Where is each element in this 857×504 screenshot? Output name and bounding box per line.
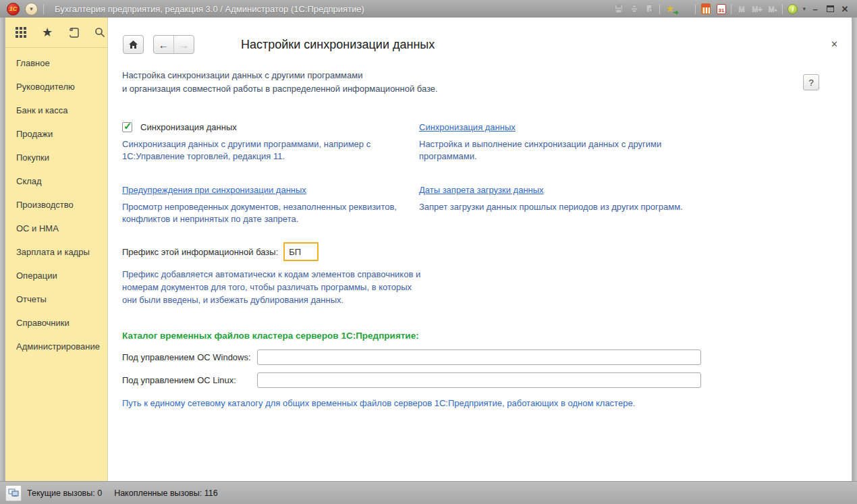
infobase-prefix-label: Префикс этой информационной базы: — [122, 247, 278, 257]
warnings-link-desc: Просмотр непроведенных документов, незап… — [122, 201, 419, 225]
cluster-note: Путь к единому сетевому каталогу для общ… — [122, 398, 635, 408]
app-window: 1С ▾ Бухгалтерия предприятия, редакция 3… — [0, 0, 857, 504]
statusbar: Текущие вызовы: 0 Накопленные вызовы: 11… — [0, 481, 857, 504]
sidebar-item-zarplata-i-kadry[interactable]: Зарплата и кадры — [5, 240, 107, 264]
sidebar-item-otchety[interactable]: Отчеты — [5, 287, 107, 311]
sync-data-link[interactable]: Синхронизация данных — [419, 122, 516, 132]
linux-path-input[interactable] — [257, 372, 701, 388]
titlebar: 1С ▾ Бухгалтерия предприятия, редакция 3… — [0, 0, 857, 18]
sync-link-desc: Настройка и выполнение синхронизации дан… — [419, 138, 689, 163]
titlebar-separator — [731, 4, 731, 14]
intro-text: Настройка синхронизации данных с другими… — [122, 69, 438, 96]
info-caret-icon[interactable]: ▾ — [802, 5, 806, 12]
green-arrow-icon: ➜ — [673, 9, 678, 16]
warnings-link-block: Предупреждения при синхронизации данных … — [122, 183, 419, 225]
titlebar-separator — [695, 4, 696, 14]
accumulated-calls-status: Накопленные вызовы: 116 — [114, 488, 217, 498]
import-restriction-dates-link[interactable]: Даты запрета загрузки данных — [419, 185, 544, 195]
import-dates-link-block: Даты запрета загрузки данных Запрет загр… — [419, 183, 723, 213]
main-menu-dropdown-button[interactable]: ▾ — [25, 3, 38, 16]
info-icon[interactable]: i — [787, 3, 798, 15]
favorites-star-icon[interactable]: ★ — [41, 26, 53, 38]
memory-subtract-button: M- — [767, 3, 778, 15]
sidebar-item-administrirovanie[interactable]: Администрирование — [5, 335, 107, 358]
server-calls-icon — [8, 488, 19, 498]
home-icon — [128, 40, 138, 49]
print-icon — [628, 3, 640, 15]
minimize-button[interactable]: – — [810, 4, 821, 14]
titlebar-left: 1С ▾ Бухгалтерия предприятия, редакция 3… — [0, 3, 364, 16]
current-calls-value: 0 — [97, 488, 102, 498]
windows-path-row: Под управлением ОС Windows: — [122, 349, 701, 365]
sidebar-item-bank-i-kassa[interactable]: Банк и касса — [5, 99, 107, 122]
menu-grid-icon[interactable] — [15, 26, 27, 38]
windows-path-input[interactable] — [257, 349, 701, 365]
forward-button: → — [174, 36, 194, 53]
memory-recall-button: M — [736, 3, 747, 15]
help-button[interactable]: ? — [803, 74, 819, 90]
sidebar-item-pokupki[interactable]: Покупки — [5, 146, 107, 169]
sidebar-menu: Главное Руководителю Банк и касса Продаж… — [5, 48, 107, 358]
sidebar-item-rukovoditelyu[interactable]: Руководителю — [5, 75, 107, 99]
save-icon — [613, 3, 624, 15]
window-border-right — [852, 18, 857, 481]
memory-add-button: M+ — [751, 3, 763, 15]
search-icon[interactable] — [94, 26, 106, 38]
sync-checkbox-desc: Синхронизация данных с другими программа… — [122, 138, 412, 163]
accumulated-calls-value: 116 — [204, 488, 218, 498]
linux-path-label: Под управлением ОС Linux: — [122, 375, 257, 385]
window-title: Бухгалтерия предприятия, редакция 3.0 / … — [55, 4, 364, 14]
close-window-button[interactable]: ✕ — [839, 4, 850, 14]
titlebar-separator — [782, 4, 783, 14]
infobase-prefix-desc: Префикс добавляется автоматически к кода… — [122, 268, 424, 306]
history-nav-group: ← → — [153, 35, 194, 54]
page-title: Настройки синхронизации данных — [241, 38, 435, 52]
sidebar-item-spravochniki[interactable]: Справочники — [5, 311, 107, 335]
maximize-button[interactable] — [825, 4, 835, 14]
main-content: ← → Настройки синхронизации данных ✕ Нас… — [109, 18, 852, 481]
current-calls-status: Текущие вызовы: 0 — [27, 488, 102, 498]
check-icon: ✓ — [123, 120, 132, 132]
cluster-section-heading: Каталог временных файлов кластера сервер… — [122, 331, 419, 341]
intro-line-1: Настройка синхронизации данных с другими… — [122, 69, 438, 82]
import-dates-link-desc: Запрет загрузки данных прошлых периодов … — [419, 201, 723, 213]
sync-checkbox-block: ✓ Синхронизация данных Синхронизация дан… — [122, 120, 412, 163]
sync-warnings-link[interactable]: Предупреждения при синхронизации данных — [122, 185, 306, 195]
sync-data-checkbox[interactable]: ✓ — [122, 122, 132, 132]
infobase-prefix-input[interactable] — [283, 242, 319, 261]
sidebar-item-glavnoe[interactable]: Главное — [5, 51, 107, 75]
sidebar-item-sklad[interactable]: Склад — [5, 169, 107, 193]
window-border-left — [0, 18, 5, 481]
back-button[interactable]: ← — [154, 36, 174, 53]
calendar-icon[interactable]: 31 — [715, 3, 727, 15]
sync-checkbox-label: Синхронизация данных — [140, 122, 237, 132]
add-to-favorites-icon[interactable]: ★➜ — [664, 3, 675, 15]
performance-indicator-button[interactable] — [5, 485, 22, 501]
titlebar-tools: ★➜ ★ 31 M M+ M- i ▾ – ✕ — [613, 3, 857, 15]
home-button[interactable] — [123, 35, 144, 54]
windows-path-label: Под управлением ОС Windows: — [122, 352, 257, 362]
sidebar-item-prodazhi[interactable]: Продажи — [5, 122, 107, 146]
titlebar-separator — [43, 4, 44, 14]
1c-logo-icon: 1С — [7, 3, 20, 16]
sidebar-toolbar: ★ — [5, 18, 107, 48]
linux-path-row: Под управлением ОС Linux: — [122, 372, 701, 388]
form-close-icon[interactable]: ✕ — [831, 39, 838, 49]
sidebar-item-operacii[interactable]: Операции — [5, 264, 107, 287]
sidebar-item-os-i-nma[interactable]: ОС и НМА — [5, 217, 107, 240]
history-icon[interactable] — [67, 26, 80, 38]
sync-link-block: Синхронизация данных Настройка и выполне… — [419, 120, 689, 163]
print-preview-icon — [644, 3, 655, 15]
calculator-icon[interactable] — [700, 3, 711, 15]
titlebar-separator — [659, 4, 660, 14]
infobase-prefix-row: Префикс этой информационной базы: — [122, 242, 319, 261]
intro-line-2: и организация совместной работы в распре… — [122, 82, 438, 96]
sidebar-item-proizvodstvo[interactable]: Производство — [5, 193, 107, 217]
favorites-icon: ★ — [680, 3, 691, 15]
sections-sidebar: ★ Главное Руководителю Банк и касса Прод… — [5, 18, 108, 481]
